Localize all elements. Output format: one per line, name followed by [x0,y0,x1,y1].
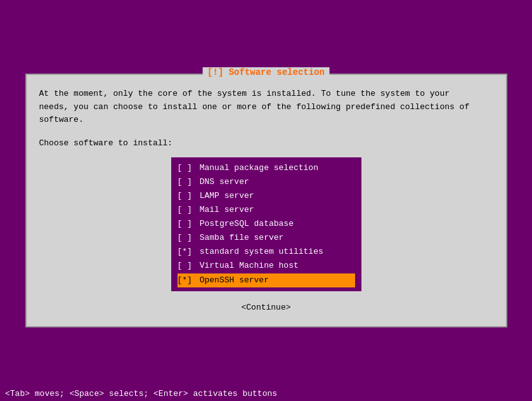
checkbox-standard[interactable]: [*] [178,245,192,259]
checkbox-lamp[interactable]: [ ] [178,189,192,203]
list-item-lamp[interactable]: [ ] LAMP server [178,189,355,203]
list-item-postgresql[interactable]: [ ] PostgreSQL database [178,217,355,231]
status-bar: <Tab> moves; <Space> selects; <Enter> ac… [0,386,532,401]
checkbox-vm[interactable]: [ ] [178,259,192,273]
list-item-dns[interactable]: [ ] DNS server [178,175,355,189]
checkbox-postgresql[interactable]: [ ] [178,217,192,231]
choose-label: Choose software to install: [39,137,493,150]
outer-container: [!] Software selection At the moment, on… [0,0,532,401]
dialog-content: At the moment, only the core of the syst… [39,88,493,313]
list-item-standard[interactable]: [*] standard system utilities [178,245,355,259]
list-item-mail[interactable]: [ ] Mail server [178,203,355,217]
continue-button[interactable]: <Continue> [39,301,493,314]
checkbox-manual[interactable]: [ ] [178,161,192,175]
checkbox-openssh[interactable]: [*] [178,273,192,287]
checkbox-mail[interactable]: [ ] [178,203,192,217]
checkbox-dns[interactable]: [ ] [178,175,192,189]
dialog-title: [!] Software selection [202,67,330,77]
checkbox-samba[interactable]: [ ] [178,231,192,245]
list-item-openssh[interactable]: [*] OpenSSH server [178,273,355,287]
list-item-vm[interactable]: [ ] Virtual Machine host [178,259,355,273]
list-item-samba[interactable]: [ ] Samba file server [178,231,355,245]
software-list[interactable]: [ ] Manual package selection [ ] DNS ser… [171,157,361,291]
dialog-box: [!] Software selection At the moment, on… [25,74,507,327]
list-item-manual[interactable]: [ ] Manual package selection [178,161,355,175]
description-text: At the moment, only the core of the syst… [39,88,493,127]
